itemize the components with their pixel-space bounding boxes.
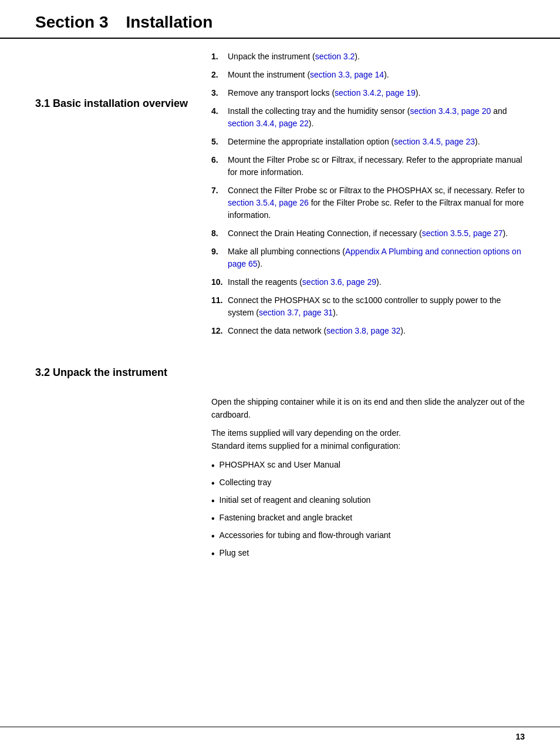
step-11-text: Connect the PHOSPHAX sc to the sc1000 co… — [228, 294, 525, 319]
step-8-link[interactable]: section 3.5.5, page 27 — [422, 228, 503, 238]
section-32-para1: Open the shipping container while it is … — [211, 396, 525, 421]
step-8-text: Connect the Drain Heating Connection, if… — [228, 227, 525, 240]
step-7-link[interactable]: section 3.5.4, page 26 — [228, 198, 309, 207]
section-32-para2: The items supplied will vary depending o… — [211, 427, 525, 452]
step-11: 11. Connect the PHOSPHAX sc to the sc100… — [211, 294, 525, 319]
step-5-num: 5. — [211, 136, 223, 148]
section-31-heading: 3.1 Basic installation overview — [35, 98, 200, 110]
step-4-link2[interactable]: section 3.4.4, page 22 — [228, 119, 309, 128]
step-2-num: 2. — [211, 69, 223, 81]
step-12-text: Connect the data network (section 3.8, p… — [228, 325, 525, 337]
step-1: 1. Unpack the instrument (section 3.2). — [211, 51, 525, 63]
step-7-num: 7. — [211, 184, 223, 221]
section-32-spacer — [211, 349, 525, 396]
step-3-num: 3. — [211, 87, 223, 99]
step-7: 7. Connect the Filter Probe sc or Filtra… — [211, 184, 525, 221]
section-32-heading: 3.2 Unpack the instrument — [35, 367, 200, 379]
step-1-text: Unpack the instrument (section 3.2). — [228, 51, 525, 63]
page: Section 3 Installation 3.1 Basic install… — [0, 0, 560, 746]
section-32-para2-line1: The items supplied will vary depending o… — [211, 428, 401, 438]
step-6: 6. Mount the Filter Probe sc or Filtrax,… — [211, 154, 525, 179]
section-32-container: 3.2 Unpack the instrument Open the shipp… — [35, 349, 525, 567]
step-8: 8. Connect the Drain Heating Connection,… — [211, 227, 525, 240]
step-3-link[interactable]: section 3.4.2, page 19 — [335, 88, 416, 98]
step-1-num: 1. — [211, 51, 223, 63]
section-32-right: Open the shipping container while it is … — [211, 349, 525, 567]
step-12: 12. Connect the data network (section 3.… — [211, 325, 525, 337]
section-31-container: 3.1 Basic installation overview 1. Unpac… — [35, 51, 525, 343]
main-content: 3.1 Basic installation overview 1. Unpac… — [0, 39, 560, 602]
page-header: Section 3 Installation — [0, 0, 560, 39]
section-title: Installation — [126, 13, 212, 32]
section-32-left: 3.2 Unpack the instrument — [35, 349, 200, 567]
step-7-text: Connect the Filter Probe sc or Filtrax t… — [228, 184, 525, 221]
step-5-text: Determine the appropriate installation o… — [228, 136, 525, 148]
step-3: 3. Remove any transport locks (section 3… — [211, 87, 525, 99]
step-4-text: Install the collecting tray and the humi… — [228, 105, 525, 130]
step-2-link[interactable]: section 3.3, page 14 — [310, 70, 384, 79]
step-1-link[interactable]: section 3.2 — [315, 52, 355, 61]
section-31-left: 3.1 Basic installation overview — [35, 51, 200, 343]
step-2-text: Mount the instrument (section 3.3, page … — [228, 69, 525, 81]
step-10-link[interactable]: section 3.6, page 29 — [302, 277, 376, 287]
step-5: 5. Determine the appropriate installatio… — [211, 136, 525, 148]
bullet-item-1: PHOSPHAX sc and User Manual — [211, 459, 525, 473]
step-4-link1[interactable]: section 3.4.3, page 20 — [410, 106, 491, 116]
bullet-item-5: Accessories for tubing and flow-through … — [211, 529, 525, 543]
step-12-link[interactable]: section 3.8, page 32 — [326, 326, 400, 335]
step-9-text: Make all plumbing connections (Appendix … — [228, 246, 525, 270]
step-4: 4. Install the collecting tray and the h… — [211, 105, 525, 130]
step-4-num: 4. — [211, 105, 223, 130]
step-10: 10. Install the reagents (section 3.6, p… — [211, 276, 525, 288]
step-5-link[interactable]: section 3.4.5, page 23 — [394, 137, 475, 146]
bullet-item-2: Collecting tray — [211, 476, 525, 490]
step-2: 2. Mount the instrument (section 3.3, pa… — [211, 69, 525, 81]
step-10-text: Install the reagents (section 3.6, page … — [228, 276, 525, 288]
step-9: 9. Make all plumbing connections (Append… — [211, 246, 525, 270]
section-32-para2-line2: Standard items supplied for a minimal co… — [211, 441, 400, 451]
step-3-text: Remove any transport locks (section 3.4.… — [228, 87, 525, 99]
step-10-num: 10. — [211, 276, 223, 288]
page-footer: 13 — [0, 727, 560, 746]
step-6-text: Mount the Filter Probe sc or Filtrax, if… — [228, 154, 525, 179]
step-12-num: 12. — [211, 325, 223, 337]
section-number: Section 3 — [35, 13, 108, 32]
steps-list: 1. Unpack the instrument (section 3.2). … — [211, 51, 525, 337]
bullet-list: PHOSPHAX sc and User Manual Collecting t… — [211, 459, 525, 561]
step-11-num: 11. — [211, 294, 223, 319]
step-6-num: 6. — [211, 154, 223, 179]
bullet-item-6: Plug set — [211, 547, 525, 561]
step-11-link[interactable]: section 3.7, page 31 — [259, 308, 333, 317]
section-31-right: 1. Unpack the instrument (section 3.2). … — [211, 51, 525, 343]
bullet-item-4: Fastening bracket and angle bracket — [211, 512, 525, 526]
step-9-link[interactable]: Appendix A Plumbing and connection optio… — [228, 247, 521, 268]
step-8-num: 8. — [211, 227, 223, 240]
bullet-item-3: Initial set of reagent and cleaning solu… — [211, 494, 525, 508]
page-number: 13 — [515, 732, 525, 741]
step-9-num: 9. — [211, 246, 223, 270]
